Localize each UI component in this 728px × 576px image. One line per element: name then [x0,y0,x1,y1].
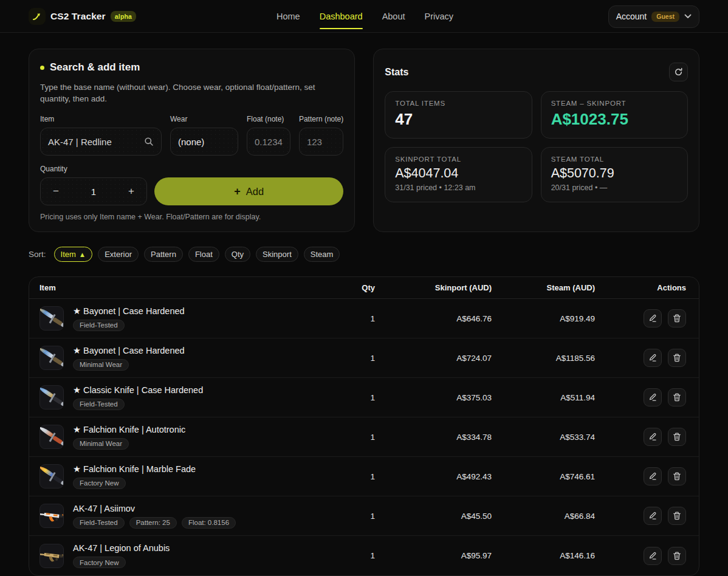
delete-button[interactable] [668,547,686,565]
edit-button[interactable] [644,309,662,327]
sort-pill-label: Skinport [263,250,292,259]
stat-tile: STEAM TOTALA$5070.7920/31 priced • — [541,147,688,202]
stat-tile-label: STEAM TOTAL [551,156,678,163]
stat-tile-value: A$1023.75 [551,110,678,129]
edit-button[interactable] [644,507,662,525]
wear-badge: Minimal Wear [73,438,129,450]
item-cell: ★ Falchion Knife | Marble FadeFactory Ne… [39,464,323,489]
table-row: ★ Falchion Knife | Marble FadeFactory Ne… [29,457,699,496]
wear-badge: Field-Tested [73,517,125,529]
stats-card: Stats TOTAL ITEMS47STEAM – SKINPORTA$102… [373,49,699,232]
col-header-actions: Actions [597,283,689,292]
float-input-placeholder: 0.1234 [255,137,283,147]
sort-pill-steam[interactable]: Steam [304,247,340,262]
sort-pill-item[interactable]: Item▲ [54,247,93,262]
quantity-increment-button[interactable]: + [125,185,138,197]
float-input[interactable]: 0.1234 [247,128,290,156]
item-name: AK-47 | Legion of Anubis [73,543,170,553]
qty-cell: 1 [323,512,390,521]
wear-badge: Pattern: 25 [129,517,177,529]
add-button[interactable]: + Add [154,177,343,205]
stat-tile-label: STEAM – SKINPORT [551,100,678,107]
badge-row: Factory New [73,478,196,489]
trash-icon [673,552,681,560]
sort-pill-label: Pattern [151,250,176,259]
item-input-value: AK-47 | Redline [48,137,112,147]
nav-link-dashboard[interactable]: Dashboard [320,0,363,33]
trash-icon [673,512,681,520]
badge-row: Minimal Wear [73,359,185,371]
pricing-note: Pricing uses only Item name + Wear. Floa… [40,213,343,221]
search-card-description: Type the base name (without wear). Choos… [40,81,332,105]
col-header-item: Item [39,283,323,292]
table-row: AK-47 | Legion of AnubisFactory New1A$95… [29,536,699,575]
nav-link-about[interactable]: About [382,0,405,33]
badge-row: Field-TestedPattern: 25Float: 0.8156 [73,517,236,529]
add-button-label: Add [246,186,264,197]
qty-cell: 1 [323,354,390,363]
edit-button[interactable] [644,428,662,446]
sort-pill-float[interactable]: Float [188,247,219,262]
steam-price-cell: A$146.16 [494,551,597,560]
delete-button[interactable] [668,507,686,525]
refresh-button[interactable] [669,63,688,81]
steam-price-cell: A$1185.56 [494,354,597,363]
stat-tile: STEAM – SKINPORTA$1023.75 [541,91,688,139]
steam-price-cell: A$746.61 [494,472,597,481]
edit-button[interactable] [644,388,662,406]
skinport-price-cell: A$334.78 [390,433,494,442]
edit-button[interactable] [644,547,662,565]
item-name: ★ Classic Knife | Case Hardened [73,385,203,395]
item-name: AK-47 | Asiimov [73,504,236,513]
float-field-label: Float (note) [247,115,290,123]
qty-cell: 1 [323,551,390,560]
edit-button[interactable] [644,349,662,367]
sort-pill-pattern[interactable]: Pattern [144,247,183,262]
search-card-title: Search & add item [50,61,140,74]
sort-pill-label: Qty [232,250,244,259]
stats-tiles: TOTAL ITEMS47STEAM – SKINPORTA$1023.75SK… [385,91,688,202]
pattern-input[interactable]: 123 [299,128,343,156]
wear-select[interactable]: (none) [170,128,238,156]
delete-button[interactable] [668,428,686,446]
stat-tile: TOTAL ITEMS47 [385,91,532,139]
delete-button[interactable] [668,349,686,367]
wear-field-label: Wear [170,115,238,123]
wear-badge: Minimal Wear [73,359,129,371]
col-header-steam: Steam (AUD) [494,283,597,292]
nav-link-privacy[interactable]: Privacy [425,0,454,33]
quantity-value: 1 [91,187,96,197]
skinport-price-cell: A$45.50 [390,512,494,521]
sort-pill-label: Steam [311,250,334,259]
account-button[interactable]: Account Guest [608,5,699,28]
qty-cell: 1 [323,433,390,442]
steam-price-cell: A$66.84 [494,512,597,521]
badge-row: Field-Tested [73,399,203,410]
pencil-icon [648,433,657,441]
sort-pill-label: Float [195,250,213,259]
delete-button[interactable] [668,388,686,406]
logo-icon [29,8,46,25]
item-search-input[interactable]: AK-47 | Redline [40,128,162,156]
delete-button[interactable] [668,467,686,485]
sort-pill-skinport[interactable]: Skinport [256,247,298,262]
item-name: ★ Falchion Knife | Marble Fade [73,464,196,474]
skinport-price-cell: A$646.76 [390,314,494,323]
actions-cell [597,467,689,485]
delete-button[interactable] [668,309,686,327]
rifle-thumbnail [39,504,64,528]
item-field-label: Item [40,115,162,123]
sort-pill-qty[interactable]: Qty [225,247,250,262]
pencil-icon [648,354,657,362]
actions-cell [597,507,689,525]
table-row: ★ Bayonet | Case HardenedField-Tested1A$… [29,299,699,338]
stat-tile-value: 47 [395,110,521,129]
top-header: CS2 Tracker alpha HomeDashboardAboutPriv… [0,0,728,33]
brand[interactable]: CS2 Tracker alpha [29,8,136,25]
knife-thumbnail [39,385,64,410]
quantity-decrement-button[interactable]: − [49,185,63,197]
search-icon [144,137,154,146]
nav-link-home[interactable]: Home [276,0,300,33]
sort-pill-exterior[interactable]: Exterior [98,247,139,262]
edit-button[interactable] [644,467,662,485]
